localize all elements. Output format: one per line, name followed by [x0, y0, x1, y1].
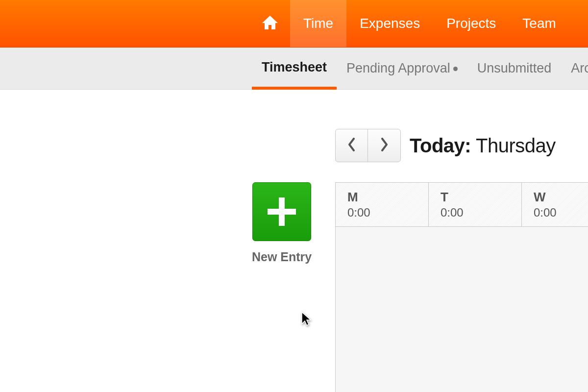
top-nav: Time Expenses Projects Team [0, 0, 588, 48]
nav-item-expenses[interactable]: Expenses [346, 0, 433, 47]
new-entry-button[interactable]: New Entry [252, 182, 312, 264]
tab-archive[interactable]: Archive [561, 48, 588, 89]
home-icon [261, 15, 279, 32]
day-time: 0:00 [441, 206, 510, 220]
date-header: Today: Thursday [335, 129, 556, 162]
day-header-monday[interactable]: M 0:00 [336, 183, 429, 226]
day-header-wednesday[interactable]: W 0:00 [522, 183, 588, 226]
day-header-tuesday[interactable]: T 0:00 [429, 183, 522, 226]
dot-indicator-icon [453, 67, 458, 71]
date-title: Today: Thursday [410, 135, 556, 157]
tab-pending-approval[interactable]: Pending Approval [337, 48, 467, 89]
nav-item-time[interactable]: Time [290, 0, 346, 47]
new-entry-label: New Entry [252, 250, 312, 264]
day-time: 0:00 [347, 206, 416, 220]
chevron-left-icon [347, 138, 356, 153]
day-time: 0:00 [534, 206, 588, 220]
tab-unsubmitted[interactable]: Unsubmitted [467, 48, 562, 89]
date-stepper [335, 129, 401, 162]
cursor-icon [301, 311, 313, 329]
tab-pending-approval-label: Pending Approval [346, 61, 450, 76]
prev-day-button[interactable] [336, 129, 368, 162]
week-header-row: M 0:00 T 0:00 W 0:00 [336, 183, 588, 227]
date-prefix: Today: [410, 135, 471, 156]
chevron-right-icon [380, 138, 389, 153]
plus-icon [252, 182, 311, 241]
day-letter: T [441, 190, 510, 205]
content-area: Today: Thursday New Entry M 0:00 T 0:00 … [0, 90, 588, 129]
nav-item-projects[interactable]: Projects [433, 0, 509, 47]
sub-nav: Timesheet Pending Approval Unsubmitted A… [0, 48, 588, 90]
tab-timesheet[interactable]: Timesheet [252, 48, 337, 90]
svg-rect-1 [268, 209, 296, 215]
week-table: M 0:00 T 0:00 W 0:00 [335, 182, 588, 392]
day-letter: M [347, 190, 416, 205]
nav-home-button[interactable] [250, 0, 290, 47]
next-day-button[interactable] [368, 129, 400, 162]
date-day: Thursday [476, 135, 556, 156]
nav-item-team[interactable]: Team [509, 0, 569, 47]
day-letter: W [534, 190, 588, 205]
week-table-body [336, 227, 588, 392]
